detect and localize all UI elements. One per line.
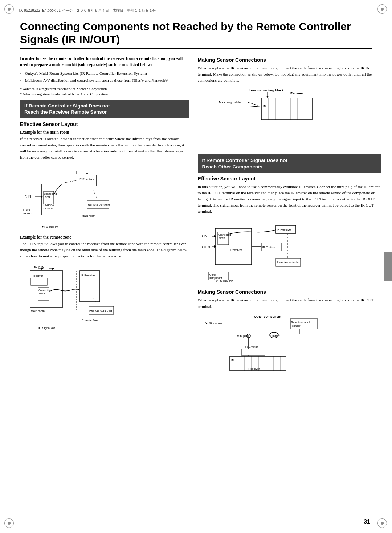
section-box-2-line2: Reach Other Components: [202, 164, 263, 170]
svg-text:IR Receiver: IR Receiver: [81, 274, 96, 277]
section-box-1-line2: Reach the Receiver Remote Sensor: [24, 109, 107, 115]
svg-text:IN: IN: [231, 359, 234, 362]
svg-text:IR IN: IR IN: [200, 234, 207, 238]
corner-mark-tl: [4, 4, 15, 15]
section-box-2-line1: If Remote Controller Signal Does not: [202, 158, 288, 163]
svg-text:Other: Other: [209, 273, 216, 276]
example-remote-zone-text: The IR IN input allows you to control th…: [20, 241, 189, 259]
corner-mark-tr: [377, 4, 388, 15]
header-text: TX-85228222_En.book 31 ページ ２００６年５月４日 木曜日…: [18, 8, 156, 12]
svg-text:Remote controller: Remote controller: [89, 309, 112, 312]
diagram-main-room: IR IN Connecting block IR Receiver: [20, 164, 189, 231]
svg-text:block: block: [219, 237, 225, 239]
right-column: Making Sensor Connections When you place…: [198, 56, 381, 375]
section-box-2: If Remote Controller Signal Does not Rea…: [198, 154, 381, 173]
svg-text:➤: Signal  ow: ➤: Signal ow: [216, 279, 233, 282]
svg-line-16: [93, 189, 98, 200]
bullet-item-1: Onkyo's Multi-Room System kits (IR Remot…: [25, 70, 189, 77]
svg-text:IR Receiver: IR Receiver: [277, 228, 292, 231]
left-column: In order to use the remote controller to…: [20, 56, 189, 375]
svg-text:from connecting block: from connecting block: [249, 89, 284, 92]
svg-text:➤: Signal  ow: ➤: Signal ow: [42, 225, 58, 228]
diagram-irin-connection: from connecting block Mini plug cable Re…: [198, 87, 381, 151]
svg-text:cabinet: cabinet: [23, 212, 33, 215]
making-sensor-2-text: When you place the IR receiver in the ma…: [198, 297, 381, 309]
svg-marker-45: [266, 96, 269, 98]
footnote-1: * Xantech is a registered trademark of X…: [20, 86, 189, 91]
two-column-layout: In order to use the remote controller to…: [20, 56, 372, 375]
svg-text:Main room: Main room: [31, 309, 45, 313]
svg-text:To IR IN: To IR IN: [34, 265, 44, 269]
svg-text:Main room: Main room: [82, 214, 95, 217]
svg-text:➤: Signal  ow: ➤: Signal ow: [205, 322, 222, 325]
svg-rect-48: [261, 98, 312, 120]
example-remote-zone-heading: Example for the remote zone: [20, 235, 189, 239]
bullet-item-2: Multiroom A/V distribution and control s…: [25, 77, 189, 84]
svg-text:In the: In the: [23, 208, 30, 211]
svg-text:Remote controller: Remote controller: [277, 261, 299, 264]
footnotes: * Xantech is a registered trademark of X…: [20, 86, 189, 97]
diagram-remote-zone: To IR IN Receiver Connecting: [20, 263, 189, 334]
page-title: Connecting Components not Reached by the…: [20, 20, 372, 49]
svg-text:TX-8522/: TX-8522/: [43, 203, 54, 207]
corner-mark-bl: [4, 518, 15, 529]
diagram-irout-terminal: Other component ➤: Signal ow Remote cont…: [198, 313, 381, 371]
svg-text:Other component: Other component: [254, 315, 281, 318]
svg-text:IR OUT: IR OUT: [200, 245, 211, 249]
svg-text:Remote Zone: Remote Zone: [82, 318, 99, 322]
header-bar: TX-85228222_En.book 31 ページ ２００６年５月４日 木曜日…: [18, 7, 374, 13]
example-main-room-heading: Example for the main room: [20, 130, 189, 134]
diagram-irout-connection: IR IN IR OUT Connecting block: [198, 218, 381, 285]
intro-bold-text: In order to use the remote controller to…: [20, 56, 189, 68]
section-box-1: If Remote Controller Signal Does not Rea…: [20, 100, 189, 118]
making-sensor-1-text: When you place the IR receiver in the ma…: [198, 65, 381, 84]
page: TX-85228222_En.book 31 ページ ２００６年５月４日 木曜日…: [0, 0, 392, 533]
making-sensor-2-heading: Making Sensor Connections: [198, 289, 381, 295]
svg-text:Mini plug cable: Mini plug cable: [219, 101, 241, 104]
corner-mark-br: [377, 518, 388, 529]
svg-text:block: block: [39, 292, 45, 295]
effective-text: In this situation, you will need to use …: [198, 184, 381, 215]
svg-text:IR Emitter: IR Emitter: [262, 245, 275, 249]
svg-text:IR Emitter: IR Emitter: [245, 345, 258, 349]
side-bookmark-tab: [384, 252, 392, 281]
svg-rect-90: [241, 349, 265, 355]
footnote-2: * Niles is a registered trademark of Nil…: [20, 91, 189, 97]
making-sensor-1-heading: Making Sensor Connections: [198, 57, 381, 63]
example-main-room-text: If the receiver is located inside a cabi…: [20, 136, 189, 160]
svg-text:IR Receiver: IR Receiver: [79, 178, 94, 181]
svg-rect-30: [31, 278, 47, 285]
bullet-list: Onkyo's Multi-Room System kits (IR Remot…: [25, 70, 189, 84]
svg-text:IR IN: IR IN: [24, 195, 31, 198]
svg-text:Receiver: Receiver: [290, 91, 304, 95]
svg-text:sensor: sensor: [292, 324, 301, 327]
svg-text:IN: IN: [263, 105, 266, 108]
svg-text:Receiver: Receiver: [248, 367, 260, 370]
svg-text:TX-8222: TX-8222: [43, 207, 53, 210]
svg-text:Receiver: Receiver: [32, 274, 43, 277]
sub-heading-1: Effective Sensor Layout: [20, 121, 189, 127]
svg-text:➤: Signal  ow: ➤: Signal ow: [38, 326, 55, 330]
main-content: Connecting Components not Reached by the…: [20, 20, 372, 513]
svg-line-9: [63, 180, 78, 183]
svg-text:Receiver: Receiver: [230, 248, 242, 252]
svg-text:block: block: [45, 196, 51, 198]
svg-text:Remote control: Remote control: [291, 321, 310, 324]
svg-text:Remote controller: Remote controller: [88, 203, 111, 206]
page-number: 31: [364, 518, 370, 525]
svg-marker-27: [52, 268, 54, 270]
svg-line-47: [248, 102, 258, 105]
svg-line-51: [249, 106, 261, 107]
sub-heading-2: Effective Sensor Layout: [198, 176, 381, 182]
svg-rect-0: [42, 184, 78, 215]
section-box-1-line1: If Remote Controller Signal Does not: [24, 103, 110, 109]
